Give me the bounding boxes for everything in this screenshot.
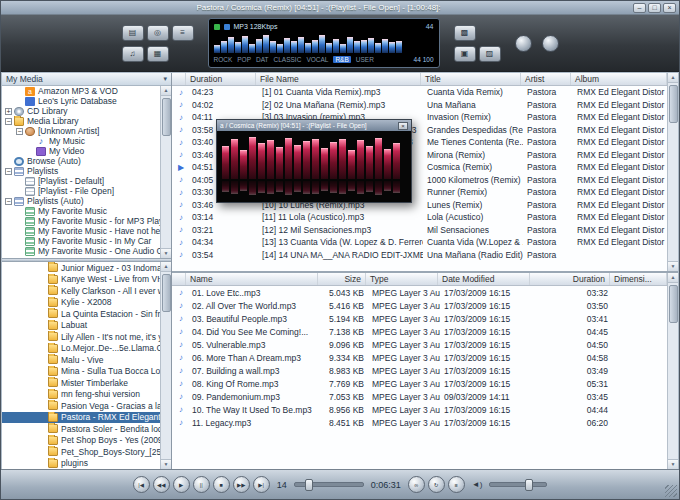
playlist-row[interactable]: ♪03:14[11] 11 Lola (Acustico).mp3Lola (A… xyxy=(172,211,667,224)
file-row[interactable]: ♪08. King Of Rome.mp37.769 KBMPEG Layer … xyxy=(172,377,667,390)
folder-tree-item[interactable]: La Quinta Estacion - Sin fre... xyxy=(2,308,160,320)
eq-preset[interactable]: DAT xyxy=(256,56,269,63)
media-tree-item[interactable]: [Playlist - Default] xyxy=(2,176,160,186)
folder-tree-item[interactable]: Mina - Sulla Tua Bocca Lo D... xyxy=(2,366,160,378)
folder-tree-item[interactable]: mn feng-shui version xyxy=(2,389,160,401)
playlist-row[interactable]: ♪04:34[13] 13 Cuanta Vida (W. Lopez & D.… xyxy=(172,236,667,249)
media-tree-scrollbar[interactable]: ▲ ▼ xyxy=(160,86,171,258)
skin-button[interactable]: ▨ xyxy=(479,46,501,62)
folder-tree-item[interactable]: Kylie - X2008 xyxy=(2,297,160,309)
options-button[interactable]: ≡ xyxy=(172,25,194,41)
media-tree-item[interactable]: My Favorite Music - for MP3 Player (1G..… xyxy=(2,216,160,226)
scrollbar-thumb[interactable] xyxy=(162,98,171,136)
title-column-header[interactable]: Title xyxy=(421,73,521,85)
scroll-up-icon[interactable]: ▲ xyxy=(161,86,171,96)
media-panel-header[interactable]: My Media ▾ xyxy=(2,73,171,86)
rewind-button[interactable]: ◀◀ xyxy=(153,476,170,493)
scroll-up-icon[interactable]: ▲ xyxy=(668,73,678,83)
equalizer-button[interactable]: ♫ xyxy=(122,46,144,62)
folder-tree-item[interactable]: Lily Allen - It's not me, it's y... xyxy=(2,331,160,343)
scrollbar-thumb[interactable] xyxy=(162,274,171,312)
folder-tree-item[interactable]: Junior Miguez - 03 Indomabl... xyxy=(2,262,160,274)
playlist-row[interactable]: ♪03:21[12] 12 Mil Sensaciones.mp3Mil Sen… xyxy=(172,224,667,237)
media-tree-item[interactable]: −[Unknown Artist] xyxy=(2,126,160,136)
playlist-scrollbar[interactable]: ▲ ▼ xyxy=(667,73,678,271)
eq-preset[interactable]: R&B xyxy=(333,56,350,63)
media-tree-item[interactable]: My Music xyxy=(2,136,160,146)
eq-preset[interactable]: CLASSIC xyxy=(274,56,302,63)
open-file-button[interactable]: ▤ xyxy=(122,25,144,41)
close-button[interactable]: × xyxy=(663,3,676,13)
next-button[interactable]: ▶| xyxy=(253,476,270,493)
minimize-button[interactable]: – xyxy=(633,3,646,13)
playlist-editor-button[interactable]: ▦ xyxy=(147,46,169,62)
folder-tree-item[interactable]: Pet Shop Boys - Yes (2009 ... xyxy=(2,435,160,447)
file-row[interactable]: ♪03. Beautiful People.mp35.194 KBMPEG La… xyxy=(172,312,667,325)
title-bar[interactable]: Pastora / Cosmica (Remix) [04:51] - :(Pl… xyxy=(1,1,679,15)
scroll-up-icon[interactable]: ▲ xyxy=(668,273,678,283)
volume-thumb[interactable] xyxy=(525,479,533,491)
media-tree-item[interactable]: −Media Library xyxy=(2,116,160,126)
file-row[interactable]: ♪11. Legacy.mp38.451 KBMPEG Layer 3 Audi… xyxy=(172,416,667,429)
filename-column-header[interactable]: File Name xyxy=(256,73,421,85)
eq-preset[interactable]: ROCK xyxy=(214,56,233,63)
artist-column-header[interactable]: Artist xyxy=(521,73,571,85)
folder-tree-scrollbar[interactable]: ▲ ▼ xyxy=(160,262,171,469)
album-column-header[interactable]: Album xyxy=(571,73,667,85)
media-tree-item[interactable]: −Playlists (Auto) xyxy=(2,196,160,206)
modified-column-header[interactable]: Date Modified xyxy=(438,273,530,285)
play-button[interactable]: ▶ xyxy=(173,476,190,493)
previous-button[interactable]: |◀ xyxy=(133,476,150,493)
volume-knob[interactable] xyxy=(515,35,532,52)
playlist-row[interactable]: ♪04:23[1] 01 Cuanta Vida Remix).mp3Cuant… xyxy=(172,86,667,99)
duration-column-header[interactable]: Duration xyxy=(530,273,610,285)
playlist-row[interactable]: ♪04:02[2] 02 Una Mañana (Remix).mp3Una M… xyxy=(172,99,667,112)
file-row[interactable]: ♪09. Pandemonium.mp37.053 KBMPEG Layer 3… xyxy=(172,390,667,403)
dimension-column-header[interactable]: Dimensi... xyxy=(610,273,667,285)
type-column-header[interactable]: Type xyxy=(366,273,438,285)
icon-column-header[interactable] xyxy=(172,273,186,285)
visualization-title-bar[interactable]: a / Cosmica (Remix) [04:51] - :(Playlist… xyxy=(217,120,411,131)
visualization-button[interactable]: ▩ xyxy=(454,25,476,41)
name-column-header[interactable]: Name xyxy=(186,273,318,285)
file-row[interactable]: ♪05. Vulnerable.mp39.096 KBMPEG Layer 3 … xyxy=(172,338,667,351)
playlist-row[interactable]: ♪03:54[14] 14 UNA MA__ANA RADIO EDIT-JXM… xyxy=(172,249,667,262)
tree-expander-icon[interactable]: − xyxy=(5,118,12,125)
eq-preset[interactable]: VOCAL xyxy=(306,56,328,63)
media-library-button[interactable]: ▣ xyxy=(454,46,476,62)
scroll-down-icon[interactable]: ▼ xyxy=(668,261,678,271)
speaker-icon[interactable]: ◄) xyxy=(472,480,483,489)
eq-preset[interactable]: USER xyxy=(356,56,374,63)
folder-tree-item[interactable]: Kanye West - Live from VH1... xyxy=(2,274,160,286)
icon-column-header[interactable] xyxy=(172,73,186,85)
media-tree-item[interactable]: [Playlist - File Open] xyxy=(2,186,160,196)
media-tree-item[interactable]: Browse (Auto) xyxy=(2,156,160,166)
seek-slider[interactable] xyxy=(294,482,364,487)
fast-forward-button[interactable]: ▶▶ xyxy=(233,476,250,493)
volume-slider[interactable] xyxy=(489,482,547,487)
scrollbar-thumb[interactable] xyxy=(669,85,678,123)
size-column-header[interactable]: Size xyxy=(318,273,366,285)
folder-tree-item[interactable]: Mister Timberlake xyxy=(2,377,160,389)
open-disc-button[interactable]: ◎ xyxy=(147,25,169,41)
media-tree-item[interactable]: My Favorite Music xyxy=(2,206,160,216)
chevron-down-icon[interactable]: ▾ xyxy=(163,75,167,83)
media-tree-item[interactable]: −Playlists xyxy=(2,166,160,176)
scrollbar-thumb[interactable] xyxy=(669,285,678,323)
media-tree-item[interactable]: Leo's Lyric Database xyxy=(2,96,160,106)
balance-knob[interactable] xyxy=(542,35,559,52)
media-tree-item[interactable]: Amazon MP3 & VOD xyxy=(2,86,160,96)
shuffle-button[interactable]: ∞ xyxy=(408,476,425,493)
scroll-down-icon[interactable]: ▼ xyxy=(668,459,678,469)
equalizer-toggle-button[interactable]: ≡ xyxy=(448,476,465,493)
seek-thumb[interactable] xyxy=(305,479,313,491)
folder-tree-item[interactable]: plugins xyxy=(2,458,160,470)
media-tree-item[interactable]: My Video xyxy=(2,146,160,156)
stop-button[interactable]: ■ xyxy=(213,476,230,493)
scroll-down-icon[interactable]: ▼ xyxy=(161,459,171,469)
file-row[interactable]: ♪10. The Way It Used To Be.mp38.956 KBMP… xyxy=(172,403,667,416)
scroll-up-icon[interactable]: ▲ xyxy=(161,262,171,272)
scroll-down-icon[interactable]: ▼ xyxy=(161,248,171,258)
folder-tree-item[interactable]: Kelly Clarkson - All I ever w... xyxy=(2,285,160,297)
eq-preset[interactable]: POP xyxy=(237,56,251,63)
